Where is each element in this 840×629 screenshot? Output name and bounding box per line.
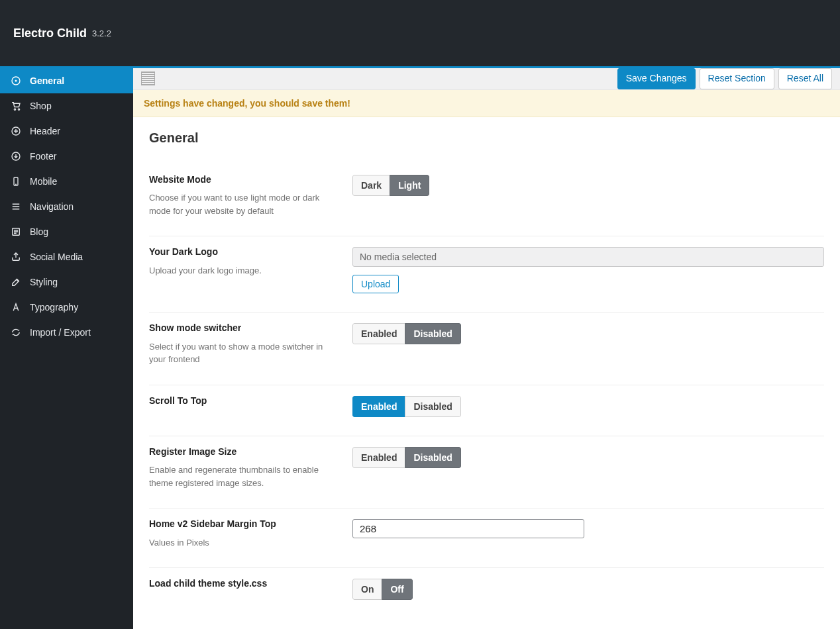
website-mode-desc: Choose if you want to use light mode or … (149, 191, 333, 217)
sidebar-item-header[interactable]: Header (0, 119, 133, 144)
child-css-on[interactable]: On (352, 579, 382, 600)
sidebar-item-styling[interactable]: Styling (0, 269, 133, 295)
refresh-icon (10, 326, 22, 338)
svg-point-7 (16, 184, 17, 185)
content-area: Save Changes Reset Section Reset All Set… (133, 68, 840, 629)
svg-point-2 (14, 109, 15, 110)
upload-button[interactable]: Upload (352, 275, 399, 293)
cart-icon (10, 100, 22, 112)
target-icon (10, 75, 22, 87)
mode-switcher-desc: Select if you want to show a mode switch… (149, 340, 333, 366)
save-button-top[interactable]: Save Changes (617, 68, 696, 89)
sidebar-item-general[interactable]: General (0, 68, 133, 93)
toolbar-top: Save Changes Reset Section Reset All (133, 68, 840, 90)
mode-switcher-disabled[interactable]: Disabled (405, 323, 460, 344)
sidebar-item-label: General (30, 75, 64, 86)
child-css-toggle: On Off (352, 579, 413, 600)
edit-icon (10, 276, 22, 288)
image-size-desc: Enable and regenerate thumbnails to enab… (149, 463, 333, 489)
margin-top-label: Home v2 Sidebar Margin Top (149, 518, 333, 531)
sidebar-item-social[interactable]: Social Media (0, 244, 133, 269)
expand-all-icon[interactable] (141, 72, 155, 85)
sidebar: General Shop Header Footer Mobile (0, 68, 133, 629)
sidebar-item-blog[interactable]: Blog (0, 219, 133, 244)
sidebar-item-label: Social Media (30, 252, 83, 262)
dark-logo-label: Your Dark Logo (149, 246, 333, 259)
margin-top-desc: Values in Pixels (149, 536, 333, 550)
image-size-toggle: Enabled Disabled (352, 447, 461, 468)
dark-option[interactable]: Dark (352, 175, 390, 196)
scroll-top-toggle: Enabled Disabled (352, 396, 461, 417)
sidebar-item-label: Footer (30, 151, 56, 162)
sidebar-item-typography[interactable]: Typography (0, 295, 133, 320)
sidebar-item-mobile[interactable]: Mobile (0, 169, 133, 194)
dark-logo-desc: Upload your dark logo image. (149, 264, 333, 277)
image-size-disabled[interactable]: Disabled (405, 447, 460, 468)
mode-switcher-label: Show mode switcher (149, 322, 333, 335)
plus-circle-icon (10, 125, 22, 137)
sidebar-item-label: Shop (30, 101, 52, 111)
reset-section-button-top[interactable]: Reset Section (700, 68, 774, 89)
sidebar-item-label: Import / Export (30, 327, 91, 338)
light-option[interactable]: Light (390, 175, 429, 196)
menu-icon (10, 201, 22, 213)
sidebar-item-shop[interactable]: Shop (0, 93, 133, 119)
website-mode-label: Website Mode (149, 173, 333, 187)
sidebar-item-navigation[interactable]: Navigation (0, 194, 133, 219)
dark-logo-media-field[interactable]: No media selected (352, 247, 824, 267)
scroll-top-label: Scroll To Top (149, 395, 333, 408)
theme-title: Electro Child (13, 26, 87, 40)
sidebar-item-import-export[interactable]: Import / Export (0, 320, 133, 345)
sidebar-item-label: Typography (30, 302, 78, 313)
website-mode-switch: Dark Light (352, 175, 429, 196)
scroll-top-disabled[interactable]: Disabled (405, 396, 460, 417)
svg-point-1 (15, 80, 17, 82)
mode-switcher-toggle: Enabled Disabled (352, 323, 461, 344)
theme-version: 3.2.2 (92, 28, 111, 38)
sidebar-item-label: Mobile (30, 176, 57, 187)
share-icon (10, 251, 22, 263)
margin-top-input[interactable] (352, 519, 584, 538)
unsaved-notice: Settings have changed, you should save t… (133, 90, 840, 117)
svg-point-3 (18, 109, 19, 110)
reset-all-button-top[interactable]: Reset All (778, 68, 832, 89)
child-css-off[interactable]: Off (382, 579, 412, 600)
mode-switcher-enabled[interactable]: Enabled (352, 323, 405, 344)
sidebar-item-footer[interactable]: Footer (0, 144, 133, 169)
font-icon (10, 301, 22, 313)
sidebar-item-label: Styling (30, 277, 58, 287)
sidebar-item-label: Navigation (30, 201, 74, 212)
news-icon (10, 226, 22, 238)
scroll-top-enabled[interactable]: Enabled (352, 396, 405, 417)
phone-icon (10, 175, 22, 187)
image-size-enabled[interactable]: Enabled (352, 447, 405, 468)
top-header: Electro Child 3.2.2 (0, 0, 840, 68)
image-size-label: Register Image Size (149, 446, 333, 459)
sidebar-item-label: Header (30, 126, 60, 136)
section-title: General (149, 130, 824, 146)
arrow-down-circle-icon (10, 150, 22, 162)
sidebar-item-label: Blog (30, 226, 48, 237)
child-css-label: Load child theme style.css (149, 577, 333, 591)
